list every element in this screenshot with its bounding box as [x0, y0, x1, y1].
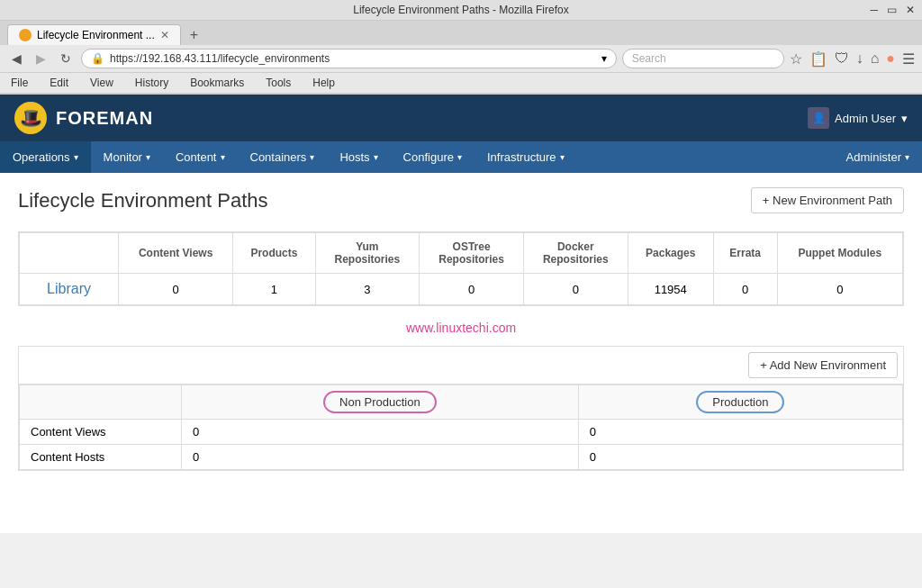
nav-monitor-chevron: ▾	[146, 152, 150, 162]
page-content: Lifecycle Environment Paths + New Enviro…	[0, 173, 922, 533]
page-title: Lifecycle Environment Paths	[18, 189, 268, 213]
bookmarks-star-icon[interactable]: ☆	[790, 50, 802, 68]
window-title: Lifecycle Environment Paths - Mozilla Fi…	[353, 4, 568, 16]
menu-file[interactable]: File	[7, 75, 32, 91]
app-name: FOREMAN	[56, 108, 153, 129]
col-header-ostree-repos: OSTreeRepositories	[420, 233, 524, 274]
menu-bar: File Edit View History Bookmarks Tools H…	[0, 73, 922, 94]
nav-configure[interactable]: Configure ▾	[391, 141, 475, 173]
col-header-docker-repos: DockerRepositories	[523, 233, 628, 274]
library-ostree-repos-value: 0	[420, 274, 524, 305]
env-non-prod-content-views-value: 0	[182, 420, 579, 445]
nav-administer-chevron: ▾	[905, 152, 909, 162]
library-content-views-value: 0	[119, 274, 233, 305]
nav-content-label: Content	[176, 150, 217, 164]
url-dropdown-icon[interactable]: ▾	[601, 52, 607, 65]
env-path-section: + Add New Environment Non Production Pro…	[18, 346, 904, 471]
library-errata-value: 0	[713, 274, 777, 305]
library-link[interactable]: Library	[47, 281, 91, 296]
nav-monitor[interactable]: Monitor ▾	[91, 141, 163, 173]
menu-edit[interactable]: Edit	[46, 75, 72, 91]
non-production-node[interactable]: Non Production	[323, 391, 437, 413]
library-section: Content Views Products YumRepositories O…	[18, 231, 904, 306]
firefox-icon[interactable]: ●	[886, 50, 895, 67]
menu-view[interactable]: View	[86, 75, 117, 91]
nav-hosts-chevron: ▾	[374, 152, 378, 162]
nav-infrastructure[interactable]: Infrastructure ▾	[475, 141, 577, 173]
nav-content[interactable]: Content ▾	[163, 141, 238, 173]
col-header-content-views: Content Views	[119, 233, 233, 274]
url-text: https://192.168.43.111/lifecycle_environ…	[110, 52, 596, 65]
nav-containers[interactable]: Containers ▾	[238, 141, 328, 173]
nav-operations[interactable]: Operations ▾	[0, 141, 91, 173]
menu-icon[interactable]: ☰	[902, 50, 915, 68]
url-bar[interactable]: 🔒 https://192.168.43.111/lifecycle_envir…	[81, 49, 617, 68]
refresh-button[interactable]: ↻	[56, 50, 76, 68]
library-puppet-modules-value: 0	[777, 274, 902, 305]
col-header-packages: Packages	[628, 233, 713, 274]
tab-close-button[interactable]: ✕	[160, 29, 169, 41]
library-packages-value: 11954	[628, 274, 713, 305]
library-docker-repos-value: 0	[523, 274, 628, 305]
close-button[interactable]: ✕	[906, 4, 915, 16]
page-header: Lifecycle Environment Paths + New Enviro…	[18, 187, 904, 213]
nav-content-chevron: ▾	[221, 152, 225, 162]
library-table: Content Views Products YumRepositories O…	[19, 232, 903, 305]
app-header: 🎩 FOREMAN 👤 Admin User ▾	[0, 95, 922, 141]
nav-monitor-label: Monitor	[104, 150, 142, 164]
env-col-production-header: Production	[578, 385, 902, 420]
nav-configure-label: Configure	[403, 150, 454, 164]
back-button[interactable]: ◀	[7, 50, 26, 68]
window-controls[interactable]: ─ ▭ ✕	[870, 4, 915, 16]
col-header-yum-repos: YumRepositories	[315, 233, 420, 274]
add-new-environment-button[interactable]: + Add New Environment	[748, 352, 898, 378]
app-logo: 🎩 FOREMAN	[14, 102, 153, 134]
env-table: Non Production Production Content Views …	[19, 384, 903, 470]
env-prod-content-views-value: 0	[578, 420, 902, 445]
library-products-value: 1	[233, 274, 315, 305]
env-non-prod-content-hosts-value: 0	[182, 445, 579, 470]
download-icon[interactable]: ↓	[856, 50, 863, 67]
env-content-hosts-label: Content Hosts	[20, 445, 182, 470]
env-row-content-views: Content Views 0 0	[20, 420, 903, 445]
tab-label: Lifecycle Environment ...	[37, 29, 155, 41]
menu-help[interactable]: Help	[309, 75, 339, 91]
new-environment-path-button[interactable]: + New Environment Path	[751, 187, 904, 213]
tab-favicon	[19, 29, 32, 41]
menu-history[interactable]: History	[131, 75, 172, 91]
pocket-icon[interactable]: 📋	[809, 50, 827, 68]
active-tab[interactable]: Lifecycle Environment ... ✕	[7, 24, 181, 45]
nav-administer[interactable]: Administer ▾	[834, 141, 922, 173]
nav-bar: Operations ▾ Monitor ▾ Content ▾ Contain…	[0, 141, 922, 173]
admin-user-menu[interactable]: 👤 Admin User ▾	[808, 107, 908, 129]
nav-operations-chevron: ▾	[74, 152, 78, 162]
nav-operations-label: Operations	[13, 150, 70, 164]
maximize-button[interactable]: ▭	[887, 4, 897, 16]
nav-containers-label: Containers	[250, 150, 307, 164]
col-header-puppet-modules: Puppet Modules	[777, 233, 902, 274]
env-content-views-label: Content Views	[20, 420, 182, 445]
search-bar[interactable]: Search	[622, 49, 784, 68]
col-header-errata: Errata	[713, 233, 777, 274]
menu-bookmarks[interactable]: Bookmarks	[186, 75, 248, 91]
env-col-non-production-header: Non Production	[182, 385, 579, 420]
env-header-row: + Add New Environment	[19, 347, 903, 384]
forward-button[interactable]: ▶	[32, 50, 50, 68]
home-icon[interactable]: ⌂	[871, 50, 880, 67]
library-yum-repos-value: 3	[315, 274, 420, 305]
toolbar-icons: ☆ 📋 🛡 ↓ ⌂ ● ☰	[790, 50, 915, 68]
foreman-logo: 🎩	[14, 102, 47, 134]
nav-infrastructure-chevron: ▾	[560, 152, 565, 162]
nav-infrastructure-label: Infrastructure	[487, 150, 556, 164]
address-bar: ◀ ▶ ↻ 🔒 https://192.168.43.111/lifecycle…	[0, 45, 922, 73]
title-bar: Lifecycle Environment Paths - Mozilla Fi…	[0, 0, 922, 21]
new-tab-button[interactable]: +	[185, 25, 203, 45]
menu-tools[interactable]: Tools	[262, 75, 294, 91]
production-node[interactable]: Production	[696, 391, 784, 413]
browser-chrome: Lifecycle Environment Paths - Mozilla Fi…	[0, 0, 922, 95]
nav-hosts[interactable]: Hosts ▾	[327, 141, 390, 173]
minimize-button[interactable]: ─	[870, 4, 878, 16]
shield-icon[interactable]: 🛡	[835, 50, 849, 67]
env-prod-content-hosts-value: 0	[578, 445, 902, 470]
nav-administer-label: Administer	[846, 150, 901, 164]
